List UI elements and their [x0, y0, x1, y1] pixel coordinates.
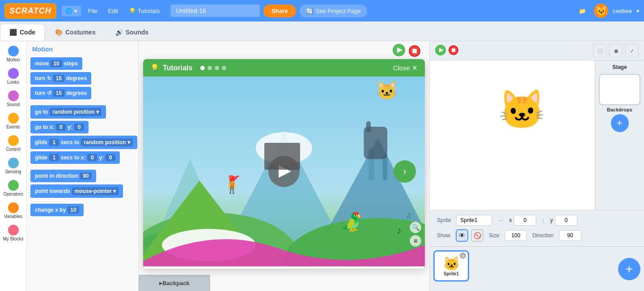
add-sprite-button[interactable]: + — [618, 258, 640, 280]
share-button[interactable]: Share — [263, 4, 296, 17]
x-input[interactable] — [514, 215, 536, 226]
block-change-x[interactable]: change x by 10 — [30, 204, 84, 216]
categories-sidebar: Motion Looks Sound Events Control Sensin… — [0, 41, 27, 291]
category-myblocks[interactable]: My Blocks — [0, 222, 26, 244]
view-normal-button[interactable]: ▣ — [609, 44, 623, 57]
category-sensing[interactable]: Sensing — [0, 155, 26, 177]
sprite-name-input[interactable] — [456, 215, 492, 226]
stage-sprite-cat: 🐱 — [498, 87, 546, 132]
tutorial-flag: 🚩 — [228, 175, 240, 187]
zoom-out-button[interactable]: 🔍 — [410, 222, 421, 233]
sprite-list-area: ✕ 🐱 Sprite1 + — [430, 246, 644, 291]
tab-code[interactable]: ⬛ Code — [0, 24, 45, 41]
language-button[interactable]: 🌐 ▾ — [62, 6, 81, 16]
view-normal-icon: ▣ — [614, 48, 618, 53]
sprite-thumb-sprite1[interactable]: ✕ 🐱 Sprite1 — [433, 250, 469, 282]
view-small-button[interactable]: ⬜ — [593, 44, 606, 57]
stage-controls: Sprite ↔ x ↕ y Show 👁 🚫 — [430, 210, 644, 246]
tutorial-dot-2 — [208, 66, 212, 70]
project-title-input[interactable] — [170, 4, 260, 17]
stage-canvas: 🐱 — [430, 60, 595, 210]
size-label: Size — [489, 232, 499, 239]
tutorial-close-button[interactable]: Close ✕ — [393, 64, 418, 72]
block-move[interactable]: move 10 steps — [30, 57, 82, 70]
arrows-x-icon: ↔ — [497, 217, 504, 224]
scratch-cat-corner: 🐱 — [376, 80, 398, 101]
see-project-button[interactable]: 🔄 See Project Page — [300, 4, 367, 17]
coord-x-group: x — [509, 215, 536, 226]
show-eye-visible[interactable]: 👁 — [456, 229, 468, 242]
block-glide-xy[interactable]: glide 1 secs to x: 0 y: 0 — [30, 151, 120, 164]
block-goto[interactable]: go to random position ▾ — [30, 105, 106, 119]
svg-text:♫: ♫ — [406, 210, 412, 220]
stage-tab-panel: Stage Backdrops + — [595, 60, 644, 210]
tab-sounds[interactable]: 🔊 Sounds — [106, 24, 158, 41]
tutorials-button[interactable]: 💡 Tutorials — [125, 6, 163, 16]
folder-button[interactable]: 📁 — [575, 6, 589, 16]
stage-green-flag-button[interactable] — [435, 45, 446, 57]
green-flag-button[interactable] — [393, 44, 405, 60]
category-control-label: Control — [6, 147, 20, 152]
motion-dot — [8, 46, 19, 56]
edit-menu[interactable]: Edit — [105, 6, 122, 16]
coord-y-group: y — [550, 215, 577, 226]
show-eye-hidden[interactable]: 🚫 — [471, 229, 483, 242]
category-motion-label: Motion — [6, 57, 20, 63]
file-menu[interactable]: File — [85, 6, 101, 16]
stage-green-flag-icon — [435, 45, 446, 56]
backpack[interactable]: ▸ Backpack — [139, 275, 210, 291]
stage-stop-button[interactable] — [449, 45, 458, 56]
block-glide-random[interactable]: glide 1 secs to random position ▾ — [30, 136, 137, 149]
category-sound[interactable]: Sound — [0, 88, 26, 110]
tutorial-lightbulb-icon: 💡 — [150, 64, 159, 72]
x-label: x — [509, 217, 512, 223]
operators-dot — [8, 180, 19, 191]
direction-input[interactable] — [559, 230, 581, 241]
looks-dot — [8, 68, 19, 79]
category-events[interactable]: Events — [0, 110, 26, 133]
lightbulb-icon: 💡 — [129, 8, 136, 14]
sounds-tab-icon: 🔊 — [115, 29, 123, 36]
category-control[interactable]: Control — [0, 133, 26, 155]
user-avatar: 🐱 — [594, 4, 608, 18]
view-fullscreen-button[interactable]: ⤢ — [625, 44, 639, 57]
events-dot — [8, 113, 19, 124]
stop-button[interactable] — [409, 45, 420, 58]
globe-icon: 🌐 — [65, 8, 72, 14]
fullscreen-icon: ⤢ — [630, 48, 634, 53]
backdrops-label: Backdrops — [599, 107, 640, 112]
category-looks[interactable]: Looks — [0, 65, 26, 88]
tutorial-header: 💡 Tutorials Close ✕ — [143, 59, 425, 77]
block-turn-cw[interactable]: turn ↻ 15 degrees — [30, 72, 91, 85]
block-turn-ccw[interactable]: turn ↺ 15 degrees — [30, 87, 91, 99]
tab-costumes[interactable]: 🎨 Costumes — [46, 24, 105, 41]
tutorial-next-button[interactable]: › — [394, 160, 416, 183]
costumes-tab-icon: 🎨 — [55, 29, 63, 36]
block-goto-xy[interactable]: go to x: 0 y: 0 — [30, 121, 89, 133]
sprite-delete-button[interactable]: ✕ — [460, 252, 466, 259]
show-toggle: 👁 🚫 — [456, 229, 483, 242]
language-chevron: ▾ — [74, 8, 77, 14]
blocks-section-title: Motion — [30, 45, 135, 54]
tabbar: ⬛ Code 🎨 Costumes 🔊 Sounds — [0, 21, 644, 41]
sensing-dot — [8, 158, 19, 168]
add-backdrop-icon: + — [617, 117, 623, 129]
tutorial-panel: 💡 Tutorials Close ✕ — [143, 59, 425, 269]
block-point-direction[interactable]: point in direction 90 — [30, 170, 96, 182]
tutorial-dot-3 — [215, 66, 219, 70]
y-input[interactable] — [555, 215, 577, 226]
tutorial-dot-1 — [200, 66, 205, 70]
category-sound-label: Sound — [7, 102, 20, 107]
scroll-icon: ≡ — [414, 237, 417, 244]
size-input[interactable] — [504, 230, 527, 241]
block-point-towards[interactable]: point towards mouse-pointer ▾ — [30, 184, 123, 198]
scratch-logo[interactable]: SCRATCH — [4, 3, 56, 19]
category-operators[interactable]: Operators — [0, 177, 26, 200]
stage-backdrop — [599, 74, 640, 105]
view-small-icon: ⬜ — [597, 48, 602, 53]
category-motion[interactable]: Motion — [0, 43, 26, 65]
scroll-button[interactable]: ≡ — [410, 235, 421, 247]
tutorial-video-area[interactable]: ♪ ♫ 🧍 🚩 🦜 › — [143, 77, 425, 266]
add-backdrop-button[interactable]: + — [611, 114, 629, 132]
category-variables[interactable]: Variables — [0, 200, 26, 222]
